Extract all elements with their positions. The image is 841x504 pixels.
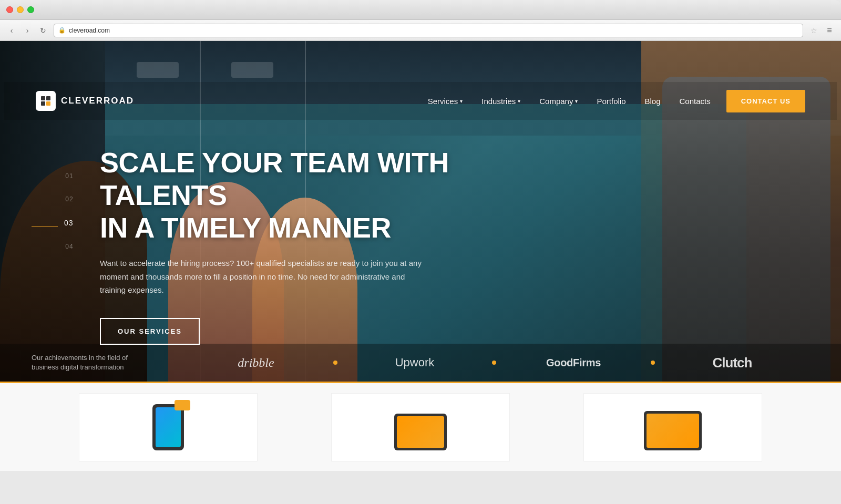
reload-button[interactable]: ↻	[38, 25, 48, 36]
nav-portfolio[interactable]: Portfolio	[597, 97, 625, 106]
desktop-icon	[644, 411, 702, 450]
nav-services[interactable]: Services ▾	[428, 97, 463, 106]
nav-industries[interactable]: Industries ▾	[481, 97, 520, 106]
notification-badge	[175, 400, 190, 410]
goodfirms-logo: GoodFirms	[546, 357, 601, 369]
url-text: cleveroad.com	[69, 27, 110, 34]
hero-subtitle: Want to accelerate the hiring process? 1…	[100, 256, 426, 297]
logo[interactable]: CLEVERROAD	[36, 91, 134, 111]
dot-3	[651, 361, 655, 365]
dot-2	[492, 361, 496, 365]
slide-02: 02	[65, 196, 73, 203]
security-icon: 🔒	[58, 27, 66, 34]
website-content: CLEVERROAD Services ▾ Industries ▾ Compa…	[0, 41, 841, 471]
below-fold-section	[0, 382, 841, 471]
partner-goodfirms: GoodFirms	[496, 357, 651, 369]
slide-01: 01	[65, 172, 73, 180]
dot-1	[333, 361, 337, 365]
logo-text: CLEVERROAD	[61, 96, 134, 106]
bookmark-button[interactable]: ☆	[808, 25, 819, 36]
person-right-silhouette	[662, 77, 830, 382]
company-arrow: ▾	[575, 98, 578, 104]
back-button[interactable]: ‹	[6, 25, 17, 36]
slide-03-active: 03	[64, 219, 74, 227]
web-icon	[394, 414, 447, 450]
partner-dribbble: dribble	[179, 356, 333, 370]
svg-rect-1	[46, 96, 50, 100]
mobile-icon	[152, 404, 184, 450]
browser-toolbar: ‹ › ↻ 🔒 cleveroad.com ☆ ≡	[0, 20, 841, 41]
slide-line	[32, 227, 58, 227]
nav-blog[interactable]: Blog	[645, 97, 661, 106]
dribbble-logo: dribble	[238, 356, 274, 370]
partner-upwork: Upwork	[337, 356, 492, 369]
industries-arrow: ▾	[518, 98, 520, 104]
hero-bottom-bar: Our achievements in the field of busines…	[0, 344, 841, 382]
achievements-text: Our achievements in the field of busines…	[32, 353, 179, 372]
svg-rect-3	[46, 101, 50, 106]
window-controls	[6, 6, 34, 13]
menu-button[interactable]: ≡	[824, 25, 835, 36]
close-button[interactable]	[6, 6, 13, 13]
hero-content: SCALE YOUR TEAM WITH TALENTS IN A TIMELY…	[100, 146, 531, 345]
service-card-web	[331, 393, 510, 461]
hero-title: SCALE YOUR TEAM WITH TALENTS IN A TIMELY…	[100, 146, 531, 244]
clutch-logo: Clutch	[713, 355, 752, 371]
hero-section: CLEVERROAD Services ▾ Industries ▾ Compa…	[0, 41, 841, 382]
nav-company[interactable]: Company ▾	[539, 97, 578, 106]
browser-titlebar	[0, 0, 841, 20]
slide-04: 04	[65, 243, 73, 250]
upwork-logo: Upwork	[395, 356, 435, 369]
nav-contacts[interactable]: Contacts	[680, 97, 711, 106]
svg-rect-0	[41, 96, 45, 100]
slide-counter: 01 02 03 04	[32, 172, 74, 250]
minimize-button[interactable]	[17, 6, 24, 13]
logo-icon	[36, 91, 56, 111]
our-services-button[interactable]: OUR SERVICES	[100, 318, 200, 345]
contact-us-button[interactable]: CONTACT US	[726, 90, 805, 112]
partner-logos: dribble Upwork GoodFirms Clutch	[179, 355, 809, 371]
partner-clutch: Clutch	[655, 355, 809, 371]
main-navigation: CLEVERROAD Services ▾ Industries ▾ Compa…	[4, 82, 837, 120]
maximize-button[interactable]	[27, 6, 34, 13]
service-card-desktop	[583, 393, 762, 461]
services-arrow: ▾	[460, 98, 463, 104]
nav-links: Services ▾ Industries ▾ Company ▾ Portfo…	[428, 97, 711, 106]
forward-button[interactable]: ›	[22, 25, 33, 36]
svg-rect-2	[41, 101, 45, 106]
service-card-mobile	[79, 393, 258, 461]
address-bar[interactable]: 🔒 cleveroad.com	[54, 24, 803, 37]
